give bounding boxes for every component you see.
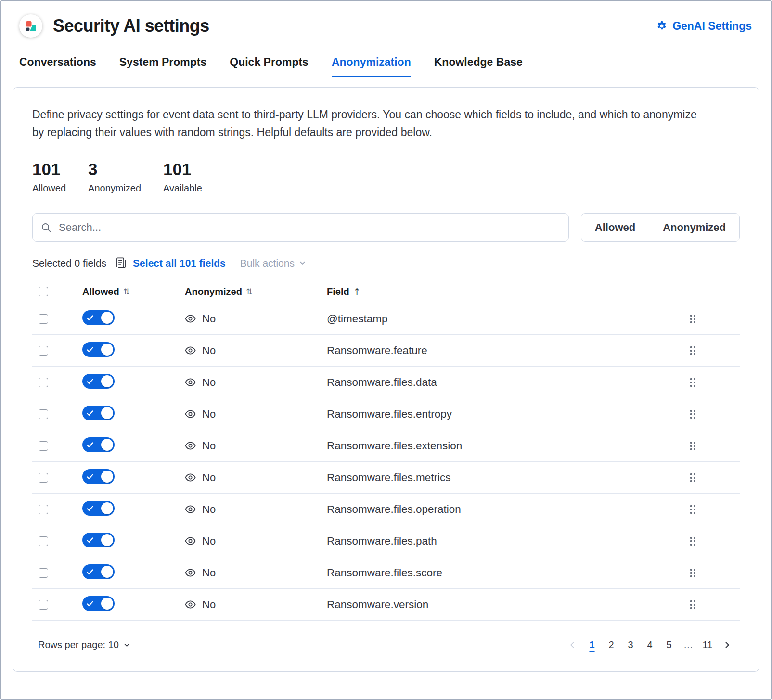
allowed-toggle[interactable] bbox=[82, 501, 115, 516]
stat-available: 101 Available bbox=[163, 160, 202, 194]
allowed-toggle[interactable] bbox=[82, 342, 115, 357]
toggle-knob bbox=[101, 471, 113, 483]
bulk-actions-button[interactable]: Bulk actions bbox=[240, 257, 306, 269]
row-actions-icon[interactable] bbox=[687, 407, 698, 421]
check-icon bbox=[87, 442, 93, 448]
row-checkbox[interactable] bbox=[39, 441, 48, 451]
row-actions-icon[interactable] bbox=[687, 312, 698, 326]
toggle-knob bbox=[101, 375, 113, 387]
page-button-4[interactable]: 4 bbox=[640, 636, 659, 654]
row-checkbox[interactable] bbox=[39, 600, 48, 610]
table-row: No Ransomware.files.score bbox=[32, 557, 740, 589]
row-actions-icon[interactable] bbox=[687, 566, 698, 580]
stat-anonymized: 3 Anonymized bbox=[88, 160, 141, 194]
anonymized-value: No bbox=[202, 408, 216, 420]
chevron-right-icon bbox=[723, 641, 731, 649]
rows-per-page-label: Rows per page: 10 bbox=[38, 639, 119, 650]
allowed-toggle[interactable] bbox=[82, 310, 115, 325]
row-checkbox[interactable] bbox=[39, 505, 48, 514]
row-checkbox[interactable] bbox=[39, 473, 48, 483]
check-icon bbox=[87, 379, 93, 384]
select-all-link[interactable]: Select all 101 fields bbox=[133, 257, 226, 269]
select-all-checkbox[interactable] bbox=[39, 287, 48, 296]
allowed-toggle[interactable] bbox=[82, 406, 115, 420]
allowed-toggle[interactable] bbox=[82, 374, 115, 389]
gear-icon bbox=[656, 20, 668, 32]
page-header: Security AI settings GenAI Settings bbox=[1, 1, 771, 38]
toggle-knob bbox=[101, 344, 113, 356]
bulk-actions-label: Bulk actions bbox=[240, 257, 295, 269]
anonymized-value: No bbox=[202, 313, 216, 325]
filter-anonymized-button[interactable]: Anonymized bbox=[649, 214, 739, 241]
column-header-field[interactable]: Field ↑ bbox=[327, 286, 645, 297]
next-page-button[interactable] bbox=[717, 641, 737, 649]
table-row: No Ransomware.feature bbox=[32, 335, 740, 367]
allowed-toggle[interactable] bbox=[82, 469, 115, 484]
check-icon bbox=[87, 537, 93, 543]
eye-icon bbox=[185, 535, 196, 547]
tab-conversations[interactable]: Conversations bbox=[19, 56, 96, 77]
check-icon bbox=[87, 506, 93, 511]
anonymization-panel: Define privacy settings for event data s… bbox=[13, 87, 759, 672]
row-checkbox[interactable] bbox=[39, 378, 48, 387]
eye-icon bbox=[185, 408, 196, 420]
column-header-anonymized[interactable]: Anonymized ⇅ bbox=[185, 286, 327, 297]
row-checkbox[interactable] bbox=[39, 314, 48, 324]
allowed-toggle[interactable] bbox=[82, 596, 115, 611]
table-row: No Ransomware.files.extension bbox=[32, 430, 740, 462]
page-button-2[interactable]: 2 bbox=[602, 636, 621, 654]
row-actions-icon[interactable] bbox=[687, 598, 698, 612]
filter-button-group: Allowed Anonymized bbox=[581, 213, 740, 242]
row-checkbox[interactable] bbox=[39, 409, 48, 419]
check-icon bbox=[87, 347, 93, 353]
tab-knowledge-base[interactable]: Knowledge Base bbox=[434, 56, 523, 77]
previous-page-button[interactable] bbox=[563, 641, 582, 649]
row-actions-icon[interactable] bbox=[687, 502, 698, 517]
page-button-11[interactable]: 11 bbox=[698, 636, 717, 654]
anonymized-value: No bbox=[202, 344, 216, 357]
row-actions-icon[interactable] bbox=[687, 375, 698, 390]
field-name: @timestamp bbox=[327, 313, 645, 325]
column-header-allowed[interactable]: Allowed ⇅ bbox=[82, 286, 185, 297]
header-checkbox-cell bbox=[32, 287, 82, 296]
genai-settings-link[interactable]: GenAI Settings bbox=[656, 20, 752, 33]
anonymized-value: No bbox=[202, 503, 216, 516]
stat-anonymized-value: 3 bbox=[88, 160, 141, 179]
pagination-ellipsis: … bbox=[679, 636, 698, 654]
eye-icon bbox=[185, 345, 196, 356]
row-actions-icon[interactable] bbox=[687, 534, 698, 548]
search-field-wrap bbox=[32, 213, 569, 242]
rows-per-page-button[interactable]: Rows per page: 10 bbox=[38, 639, 130, 650]
page-button-3[interactable]: 3 bbox=[621, 636, 640, 654]
row-checkbox[interactable] bbox=[39, 568, 48, 578]
field-name: Ransomware.files.score bbox=[327, 567, 645, 579]
row-actions-icon[interactable] bbox=[687, 471, 698, 485]
stat-allowed-value: 101 bbox=[32, 160, 66, 179]
page-button-1[interactable]: 1 bbox=[582, 636, 602, 654]
check-icon bbox=[87, 474, 93, 480]
search-input[interactable] bbox=[32, 213, 569, 242]
allowed-toggle[interactable] bbox=[82, 564, 115, 579]
tab-quick-prompts[interactable]: Quick Prompts bbox=[230, 56, 309, 77]
stat-available-label: Available bbox=[163, 183, 202, 194]
row-actions-icon[interactable] bbox=[687, 439, 698, 453]
stats-row: 101 Allowed 3 Anonymized 101 Available bbox=[32, 160, 740, 194]
toggle-knob bbox=[101, 566, 113, 578]
anonymized-value: No bbox=[202, 376, 216, 389]
page-button-5[interactable]: 5 bbox=[659, 636, 679, 654]
table-row: No Ransomware.files.operation bbox=[32, 494, 740, 525]
eye-icon bbox=[185, 440, 196, 451]
row-checkbox[interactable] bbox=[39, 346, 48, 356]
chevron-down-icon bbox=[123, 641, 130, 649]
allowed-toggle[interactable] bbox=[82, 437, 115, 452]
row-checkbox[interactable] bbox=[39, 536, 48, 546]
tab-system-prompts[interactable]: System Prompts bbox=[119, 56, 207, 77]
field-name: Ransomware.files.entropy bbox=[327, 408, 645, 420]
allowed-toggle[interactable] bbox=[82, 533, 115, 547]
table-row: No Ransomware.files.entropy bbox=[32, 398, 740, 430]
tab-anonymization[interactable]: Anonymization bbox=[332, 56, 411, 77]
filter-allowed-button[interactable]: Allowed bbox=[581, 214, 649, 241]
fields-table: Allowed ⇅ Anonymized ⇅ Field ↑ No @times bbox=[32, 280, 740, 621]
row-actions-icon[interactable] bbox=[687, 344, 698, 358]
assistant-logo bbox=[19, 14, 42, 38]
